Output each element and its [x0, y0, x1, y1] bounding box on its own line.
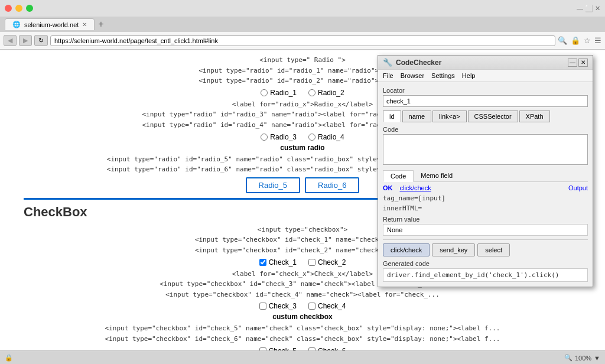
menu-file[interactable]: File: [383, 71, 393, 80]
maximize-window-btn[interactable]: [26, 5, 33, 12]
action-buttons: click/check send_key select: [383, 239, 588, 256]
checkbox-item-4: Check_4: [308, 302, 346, 310]
radio-3-label: Radio_3: [270, 133, 297, 141]
generated-code: driver.find_element_by_id('check_1').cli…: [383, 268, 588, 282]
result-info: tag_name=[input] innerHTML=: [383, 194, 588, 213]
output-link[interactable]: Output: [568, 184, 588, 191]
dialog-close-btn[interactable]: ✕: [578, 58, 588, 67]
dialog-window-buttons: — ✕: [568, 58, 588, 67]
dialog-title-text: CodeChecker: [396, 58, 441, 67]
menu-icon[interactable]: ☰: [594, 36, 601, 45]
zoom-chevron[interactable]: ▼: [594, 355, 600, 362]
title-bar-right: — ⬜ ✕: [577, 5, 600, 12]
code-textarea[interactable]: [383, 134, 588, 165]
forward-btn[interactable]: ▶: [19, 35, 32, 46]
tab-bar: 🌐 selenium-world.net ✕ +: [0, 17, 605, 32]
check-2-label: Check_2: [318, 258, 346, 266]
checkbox-code-4: <input type="checkbox" id="check_4" name…: [12, 290, 593, 300]
menu-help[interactable]: Help: [462, 71, 476, 80]
result-tab-memo[interactable]: Memo field: [414, 170, 460, 181]
new-tab-btn[interactable]: +: [98, 19, 103, 30]
checkbox-group-3-4: Check_3 Check_4: [12, 302, 593, 310]
tab-id-btn[interactable]: id: [383, 110, 401, 122]
page-content: <input type=" Radio "> <input type="radi…: [0, 50, 605, 350]
status-security: 🔒: [5, 354, 13, 362]
custom-checkbox-title: custum checkbox: [12, 313, 593, 321]
nav-icons: 🔍 🔒 ☆ ☰: [558, 36, 601, 45]
radio-2-label: Radio_2: [318, 89, 344, 97]
radio-4-label: Radio_4: [318, 133, 344, 141]
dialog-minimize-btn[interactable]: —: [568, 58, 577, 67]
radio-2[interactable]: [308, 89, 315, 96]
menu-settings[interactable]: Settings: [431, 71, 455, 80]
locator-tab-buttons: id name link<a> CSSSelector XPath: [383, 110, 588, 122]
ok-row: OK click/check Output: [383, 184, 588, 191]
check-5-label: Check_5: [269, 347, 297, 351]
check-6[interactable]: [308, 347, 315, 351]
title-bar: — ⬜ ✕: [0, 0, 605, 17]
tab-close-btn[interactable]: ✕: [82, 21, 87, 28]
result-line-2: innerHTML=: [383, 204, 588, 214]
tab-link-btn[interactable]: link<a>: [432, 110, 466, 122]
ok-label[interactable]: OK: [383, 184, 393, 191]
lock-icon: 🔒: [571, 36, 580, 45]
result-line-1: tag_name=[input]: [383, 194, 588, 204]
tab-title: selenium-world.net: [24, 21, 79, 28]
radio-6-styled-btn[interactable]: Radio_6: [305, 177, 359, 193]
window-controls: [5, 5, 33, 12]
refresh-btn[interactable]: ↻: [34, 35, 48, 46]
check-3-label: Check_3: [269, 302, 297, 310]
search-icon: 🔍: [558, 36, 567, 45]
checkbox-item-1: Check_1: [259, 258, 297, 266]
radio-5-styled-btn[interactable]: Radio_5: [246, 177, 300, 193]
close-window-btn[interactable]: [5, 5, 12, 12]
minimize-window-btn[interactable]: [15, 5, 22, 12]
checkbox-group-5-6: Check_5 Check_6: [12, 347, 593, 351]
dialog-title-icon: 🔧: [383, 58, 392, 67]
radio-3[interactable]: [261, 134, 268, 141]
locator-input[interactable]: [383, 95, 588, 107]
select-btn[interactable]: select: [477, 243, 510, 256]
tab-xpath-btn[interactable]: XPath: [519, 110, 550, 122]
dialog-menu: File Browser Settings Help: [378, 70, 593, 82]
radio-item-4: Radio_4: [308, 133, 344, 141]
check-3[interactable]: [259, 303, 266, 310]
click-check-link[interactable]: click/check: [400, 184, 431, 191]
radio-item-3: Radio_3: [261, 133, 297, 141]
check-2[interactable]: [308, 259, 315, 266]
browser-tab[interactable]: 🌐 selenium-world.net ✕: [5, 18, 95, 30]
browser-chrome: — ⬜ ✕ 🌐 selenium-world.net ✕ + ◀ ▶ ↻ 🔍 🔒…: [0, 0, 605, 50]
checkbox-code-6: <input type="checkbox" id="check_6" name…: [12, 334, 593, 344]
tab-css-btn[interactable]: CSSSelector: [468, 110, 518, 122]
nav-bar: ◀ ▶ ↻ 🔍 🔒 ☆ ☰: [0, 32, 605, 50]
generated-label: Generated code: [383, 260, 588, 267]
dialog-body: Locator id name link<a> CSSSelector XPat…: [378, 82, 593, 287]
codechecker-dialog: 🔧 CodeChecker — ✕ File Browser Settings …: [378, 55, 593, 287]
back-btn[interactable]: ◀: [4, 35, 17, 46]
title-bar-icons: — ⬜ ✕: [577, 5, 600, 12]
star-icon[interactable]: ☆: [584, 36, 591, 45]
result-tab-code[interactable]: Code: [383, 170, 414, 182]
radio-1[interactable]: [261, 89, 268, 96]
radio-item-2: Radio_2: [308, 89, 344, 97]
click-check-btn[interactable]: click/check: [383, 243, 430, 256]
checkbox-code-5: <input type="checkbox" id="check_5" name…: [12, 323, 593, 334]
result-tabs: Code Memo field: [383, 170, 588, 182]
return-value-box: None: [383, 224, 588, 236]
check-4[interactable]: [308, 303, 315, 310]
zoom-control: 🔍 100% ▼: [564, 354, 600, 362]
check-6-label: Check_6: [318, 347, 346, 351]
send-key-btn[interactable]: send_key: [432, 243, 475, 256]
check-5[interactable]: [259, 347, 266, 351]
url-input[interactable]: [50, 35, 555, 46]
menu-browser[interactable]: Browser: [401, 71, 424, 80]
check-4-label: Check_4: [318, 302, 346, 310]
code-label: Code: [383, 126, 588, 133]
checkbox-item-6: Check_6: [308, 347, 346, 351]
radio-item-1: Radio_1: [261, 89, 297, 97]
checkbox-item-3: Check_3: [259, 302, 297, 310]
tab-name-btn[interactable]: name: [402, 110, 432, 122]
radio-1-label: Radio_1: [270, 89, 297, 97]
radio-4[interactable]: [308, 134, 315, 141]
check-1[interactable]: [259, 259, 266, 266]
